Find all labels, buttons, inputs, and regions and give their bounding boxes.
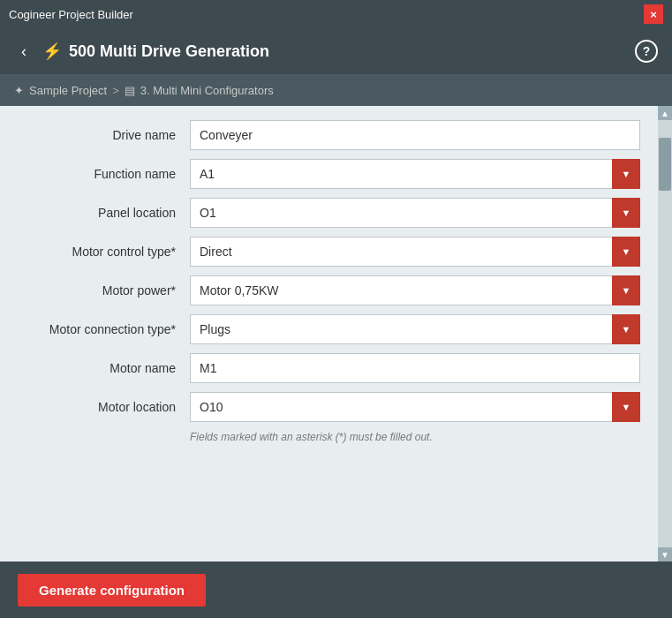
select-motor-location[interactable]: O10 [190,392,640,422]
select-motor-connection-type[interactable]: Plugs [190,314,640,344]
label-drive-name: Drive name [18,128,190,142]
title-bar: Cogineer Project Builder × [0,0,672,28]
header: ‹ ⚡ 500 Multi Drive Generation ? [0,28,672,74]
footer: Generate configuration [0,561,672,618]
label-motor-location: Motor location [18,400,190,414]
breadcrumb-project-name: Sample Project [29,84,107,97]
lightning-icon: ⚡ [42,41,62,61]
breadcrumb-doc-icon: ▤ [125,84,135,97]
label-motor-name: Motor name [18,361,190,375]
form-row-motor-power: Motor power*Motor 0,75KW [18,275,640,305]
content-area: Drive nameFunction nameA1Panel locationO… [0,106,672,561]
form-row-motor-name: Motor name [18,353,640,383]
select-function-name[interactable]: A1 [190,159,640,189]
main-window: Cogineer Project Builder × ‹ ⚡ 500 Multi… [0,0,672,618]
select-wrapper-motor-control-type: Direct [190,237,640,267]
select-motor-control-type[interactable]: Direct [190,237,640,267]
breadcrumb: ✦ Sample Project > ▤ 3. Multi Mini Confi… [0,74,672,106]
label-motor-connection-type: Motor connection type* [18,322,190,336]
select-wrapper-motor-power: Motor 0,75KW [190,275,640,305]
select-panel-location[interactable]: O1 [190,198,640,228]
close-button[interactable]: × [644,4,663,24]
label-motor-power: Motor power* [18,283,190,298]
breadcrumb-separator: > [112,84,119,97]
form-row-motor-connection-type: Motor connection type*Plugs [18,314,640,344]
generate-config-button[interactable]: Generate configuration [18,574,206,607]
scrollbar-up-arrow[interactable]: ▲ [658,106,672,120]
select-wrapper-function-name: A1 [190,159,640,189]
breadcrumb-step: 3. Multi Mini Configurators [140,84,274,97]
scrollbar-down-arrow[interactable]: ▼ [658,547,672,561]
input-motor-name[interactable] [190,353,640,383]
header-left: ‹ ⚡ 500 Multi Drive Generation [14,39,269,64]
form-row-function-name: Function nameA1 [18,159,640,189]
label-panel-location: Panel location [18,206,190,220]
select-wrapper-motor-connection-type: Plugs [190,314,640,344]
form-row-motor-location: Motor locationO10 [18,392,640,422]
scrollbar-thumb[interactable] [659,138,671,191]
header-title-text: 500 Multi Drive Generation [69,42,269,61]
form-row-panel-location: Panel locationO1 [18,198,640,228]
window-title: Cogineer Project Builder [9,8,133,21]
select-motor-power[interactable]: Motor 0,75KW [190,275,640,305]
form-footnote: Fields marked with an asterisk (*) must … [190,431,640,443]
header-title: ⚡ 500 Multi Drive Generation [42,41,269,61]
scrollbar: ▲ ▼ [658,106,672,561]
help-button[interactable]: ? [635,40,658,63]
back-button[interactable]: ‹ [14,39,34,64]
select-wrapper-panel-location: O1 [190,198,640,228]
form-row-motor-control-type: Motor control type*Direct [18,237,640,267]
input-drive-name[interactable] [190,120,640,150]
breadcrumb-project-icon: ✦ [14,84,24,97]
label-function-name: Function name [18,167,190,181]
form-container: Drive nameFunction nameA1Panel locationO… [0,106,658,561]
select-wrapper-motor-location: O10 [190,392,640,422]
label-motor-control-type: Motor control type* [18,245,190,259]
form-row-drive-name: Drive name [18,120,640,150]
